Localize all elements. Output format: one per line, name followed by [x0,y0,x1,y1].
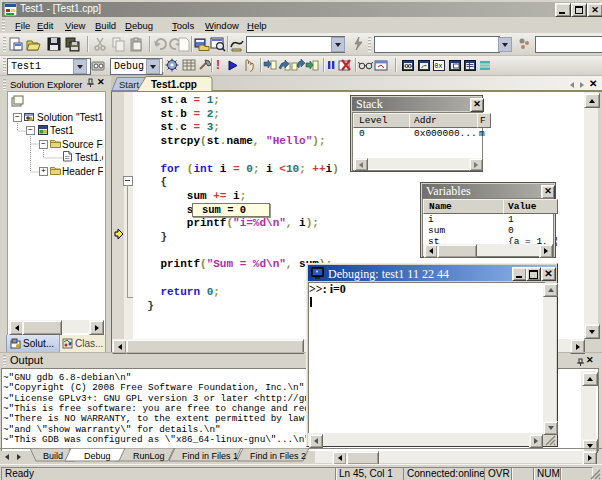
svg-text:0x: 0x [435,63,443,70]
